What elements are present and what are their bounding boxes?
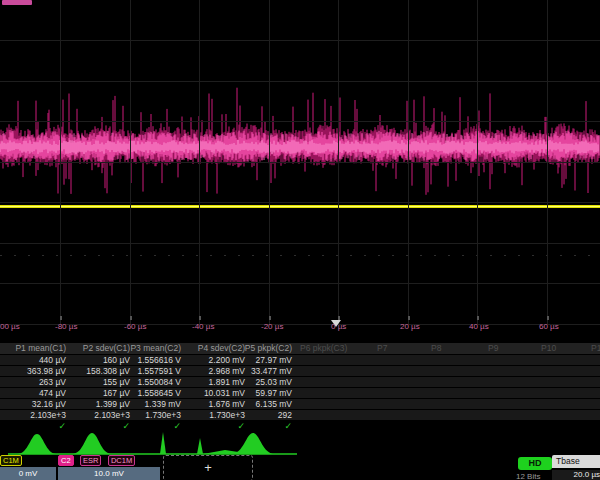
- measurement-cell: 1.550084 V: [111, 377, 181, 387]
- measurement-header[interactable]: P3 mean(C2): [111, 343, 181, 354]
- gridline-horizontal: [0, 162, 600, 163]
- measurement-row: 263 µV155 µV1.550084 V1.891 mV25.03 mV: [0, 377, 600, 388]
- axis-tick: [269, 316, 271, 320]
- measurement-cell: 1.558645 V: [111, 388, 181, 398]
- measurement-cell: 32.16 µV: [0, 399, 66, 409]
- axis-tick: [130, 316, 132, 320]
- measurement-cell: 1.556616 V: [111, 355, 181, 365]
- measurement-row: 363.98 µV158.308 µV1.557591 V2.968 mV33.…: [0, 366, 600, 377]
- axis-tick-label: -60 µs: [124, 322, 146, 331]
- axis-tick-label: -40 µs: [192, 322, 214, 331]
- measurement-cell: 33.477 mV: [222, 366, 292, 376]
- trace-label-clipped: [2, 0, 32, 5]
- channel-c1-descriptor[interactable]: C1M 0 mV: [0, 455, 56, 473]
- measurement-cell: 27.97 mV: [222, 355, 292, 365]
- axis-tick-label: 20 µs: [400, 322, 420, 331]
- measurement-header-inactive[interactable]: P6 pkpk(C3): [300, 343, 347, 354]
- bit-depth-label: 12 Bits: [516, 472, 540, 480]
- add-trace-button[interactable]: +: [163, 455, 253, 480]
- measurement-header-inactive[interactable]: P9: [488, 343, 498, 354]
- measurement-cell: 1.557591 V: [111, 366, 181, 376]
- axis-tick-label: -80 µs: [55, 322, 77, 331]
- measurement-row: 2.103e+32.103e+31.730e+31.730e+3292: [0, 410, 600, 421]
- axis-tick: [547, 316, 549, 320]
- timebase-button[interactable]: Tbase: [552, 455, 600, 468]
- axis-tick-label: 60 µs: [539, 322, 559, 331]
- measurement-cell: 59.97 mV: [222, 388, 292, 398]
- measurement-row: 32.16 µV1.399 µV1.339 mV1.676 mV6.135 mV: [0, 399, 600, 410]
- gridline-horizontal: [0, 121, 600, 122]
- measurement-histicons: [0, 430, 600, 457]
- measurement-header[interactable]: P5 pkpk(C2): [222, 343, 292, 354]
- histicon-bell: [17, 434, 57, 454]
- channel-c2-descriptor[interactable]: C2 ESR DC1M 10.0 mV: [58, 455, 160, 473]
- measurement-header-row: P1 mean(C1)P2 sdev(C1)P3 mean(C2)P4 sdev…: [0, 343, 600, 355]
- measurement-cell: 263 µV: [0, 377, 66, 387]
- measurement-header-inactive[interactable]: P8: [431, 343, 441, 354]
- axis-tick-label: -20 µs: [261, 322, 283, 331]
- measurement-header-inactive[interactable]: P11: [591, 343, 600, 354]
- hd-mode-badge[interactable]: HD: [518, 457, 552, 470]
- c1-scale-value: 0 mV: [0, 467, 56, 480]
- axis-tick-label: 40 µs: [469, 322, 489, 331]
- c2-coupling-badge: DC1M: [108, 455, 135, 466]
- c2-channel-badge: C2: [58, 455, 74, 466]
- axis-tick: [338, 316, 340, 320]
- gridline-horizontal: [0, 202, 600, 203]
- measurement-header-inactive[interactable]: P7: [377, 343, 387, 354]
- gridline-horizontal: [0, 243, 600, 244]
- histicon-bell: [231, 433, 275, 454]
- axis-tick: [60, 316, 62, 320]
- measurement-cell: 292: [222, 410, 292, 420]
- axis-tick: [199, 316, 201, 320]
- time-axis: 00 µs-80 µs-60 µs-40 µs-20 µs0 µs20 µs40…: [0, 316, 600, 334]
- measurement-header-inactive[interactable]: P10: [541, 343, 556, 354]
- measurement-cell: 6.135 mV: [222, 399, 292, 409]
- oscilloscope-screen: 00 µs-80 µs-60 µs-40 µs-20 µs0 µs20 µs40…: [0, 0, 600, 480]
- gridline-horizontal: [0, 40, 600, 41]
- axis-tick-label: 0 µs: [331, 322, 346, 331]
- gridline-horizontal: [0, 283, 600, 284]
- histicon-bell: [72, 433, 112, 454]
- axis-tick: [408, 316, 410, 320]
- c2-esr-badge: ESR: [80, 455, 101, 466]
- measurement-cell: 363.98 µV: [0, 366, 66, 376]
- measurement-row: 474 µV167 µV1.558645 V10.031 mV59.97 mV: [0, 388, 600, 399]
- measurement-cell: 440 µV: [0, 355, 66, 365]
- axis-tick-label: 00 µs: [0, 322, 20, 331]
- measurement-cell: 474 µV: [0, 388, 66, 398]
- measurement-cell: 1.730e+3: [111, 410, 181, 420]
- gridline-horizontal: [0, 81, 600, 82]
- measurement-cell: 25.03 mV: [222, 377, 292, 387]
- grid-minor-ticks: [0, 255, 600, 256]
- waveform-grid[interactable]: [0, 0, 600, 325]
- measurement-table: P1 mean(C1)P2 sdev(C1)P3 mean(C2)P4 sdev…: [0, 343, 600, 432]
- histicon-spike: [160, 432, 166, 454]
- histicon-spike: [197, 438, 203, 454]
- axis-tick: [477, 316, 479, 320]
- measurement-header[interactable]: P1 mean(C1): [0, 343, 66, 354]
- c1-coupling-badge: C1M: [0, 455, 22, 466]
- timebase-value: 20.0 µs: [552, 470, 600, 480]
- measurement-row: 440 µV160 µV1.556616 V2.200 mV27.97 mV: [0, 355, 600, 366]
- measurement-cell: 1.339 mV: [111, 399, 181, 409]
- measurement-cell: 2.103e+3: [0, 410, 66, 420]
- bottom-toolbar: C1M 0 mV C2 ESR DC1M 10.0 mV + HD 12 Bit…: [0, 455, 600, 480]
- c2-scale-value: 10.0 mV: [58, 467, 160, 480]
